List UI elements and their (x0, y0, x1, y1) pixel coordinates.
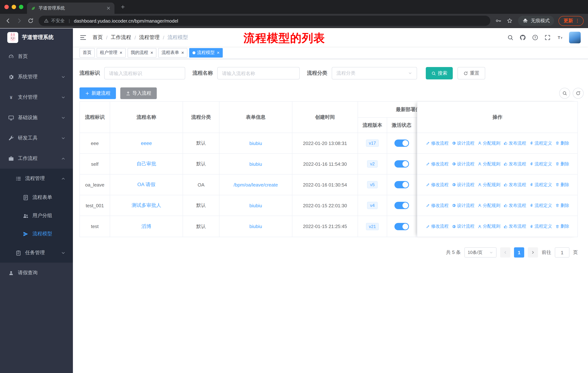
show-search-button[interactable] (559, 88, 570, 99)
tag-流程表单[interactable]: 流程表单× (158, 48, 187, 57)
edit-action-link[interactable]: 修改流程 (426, 181, 449, 188)
active-toggle[interactable] (394, 181, 409, 188)
page-size-select[interactable]: 10条/页 (464, 247, 496, 258)
definition-action-link[interactable]: 流程定义 (529, 202, 552, 209)
assign-action-link[interactable]: 分配规则 (477, 181, 500, 188)
security-warning-icon[interactable] (44, 18, 49, 23)
tab-close-icon[interactable] (106, 6, 111, 10)
fullscreen-icon[interactable] (544, 34, 551, 41)
assign-action-link[interactable]: 分配规则 (477, 161, 500, 167)
definition-action-link[interactable]: 流程定义 (529, 223, 552, 230)
publish-action-link[interactable]: 发布流程 (503, 161, 526, 167)
sidebar-item-任务管理[interactable]: 任务管理 (0, 243, 73, 263)
process-name-link[interactable]: eeee (141, 141, 152, 146)
category-select[interactable]: 流程分类 (332, 67, 417, 80)
sidebar-item-基础设施[interactable]: 基础设施 (0, 107, 73, 128)
form-info-link[interactable]: biubiu (249, 203, 262, 208)
form-info-link[interactable]: biubiu (249, 141, 262, 146)
design-action-link[interactable]: 设计流程 (452, 223, 474, 230)
address-bar[interactable]: 不安全 | dashboard.yudao.iocoder.cn/bpm/man… (39, 16, 490, 26)
app-logo[interactable]: 芋道管理系统 (0, 28, 73, 46)
chrome-update-button[interactable]: 更新 (558, 16, 584, 26)
tag-租户管理[interactable]: 租户管理× (97, 48, 126, 57)
edit-action-link[interactable]: 修改流程 (426, 161, 449, 167)
process-name-link[interactable]: 测试多审批人 (132, 202, 161, 209)
import-process-button[interactable]: 导入流程 (120, 87, 157, 99)
sidebar-item-工作流程[interactable]: 工作流程 (0, 148, 73, 169)
form-info-link[interactable]: biubiu (249, 224, 262, 229)
header-search-icon[interactable] (507, 34, 514, 41)
tag-close-icon[interactable]: × (120, 50, 122, 55)
forward-button[interactable] (16, 18, 23, 24)
tag-首页[interactable]: 首页 (79, 48, 95, 57)
process-id-input[interactable] (104, 67, 185, 80)
active-toggle[interactable] (394, 202, 409, 209)
version-badge[interactable]: v21 (366, 223, 379, 230)
prev-page-button[interactable] (500, 247, 510, 258)
sidebar-item-用户分组[interactable]: 用户分组 (0, 207, 73, 225)
delete-action-link[interactable]: 删除 (555, 140, 569, 146)
zoom-window-button[interactable] (19, 5, 23, 9)
reset-button[interactable]: 重置 (458, 67, 485, 80)
design-action-link[interactable]: 设计流程 (452, 181, 474, 188)
font-size-icon[interactable]: TT (557, 34, 563, 41)
reload-button[interactable] (27, 18, 34, 24)
sidebar-item-请假查询[interactable]: 请假查询 (0, 263, 73, 283)
delete-action-link[interactable]: 删除 (555, 202, 569, 209)
process-name-link[interactable]: 滔博 (141, 223, 151, 230)
tag-close-icon[interactable]: × (181, 50, 184, 55)
bookmark-star-icon[interactable] (506, 18, 513, 24)
breadcrumb-item-工作流程[interactable]: 工作流程 (111, 34, 131, 41)
edit-action-link[interactable]: 修改流程 (426, 202, 449, 209)
publish-action-link[interactable]: 发布流程 (503, 181, 526, 188)
design-action-link[interactable]: 设计流程 (452, 202, 474, 209)
assign-action-link[interactable]: 分配规则 (477, 140, 500, 146)
active-toggle[interactable] (394, 223, 409, 230)
version-badge[interactable]: v17 (366, 140, 379, 147)
tag-close-icon[interactable]: × (217, 50, 220, 55)
definition-action-link[interactable]: 流程定义 (529, 140, 552, 146)
publish-action-link[interactable]: 发布流程 (503, 140, 526, 146)
next-page-button[interactable] (528, 247, 538, 258)
publish-action-link[interactable]: 发布流程 (503, 223, 526, 230)
version-badge[interactable]: v5 (367, 181, 378, 188)
breadcrumb-item-流程管理[interactable]: 流程管理 (139, 34, 160, 41)
breadcrumb-item-首页[interactable]: 首页 (93, 34, 103, 41)
version-badge[interactable]: v2 (367, 160, 378, 168)
delete-action-link[interactable]: 删除 (555, 181, 569, 188)
sidebar-item-流程管理[interactable]: 流程管理 (0, 169, 73, 188)
help-icon[interactable]: ? (532, 34, 538, 41)
page-number-button[interactable]: 1 (514, 247, 524, 258)
version-badge[interactable]: v4 (367, 202, 378, 209)
form-info-link[interactable]: /bpm/oa/leave/create (234, 182, 278, 187)
assign-action-link[interactable]: 分配规则 (477, 223, 500, 230)
refresh-table-button[interactable] (573, 88, 584, 99)
create-process-button[interactable]: 新建流程 (79, 87, 116, 99)
active-toggle[interactable] (394, 160, 409, 168)
tag-我的流程[interactable]: 我的流程× (127, 48, 156, 57)
delete-action-link[interactable]: 删除 (555, 223, 569, 230)
tag-流程模型[interactable]: 流程模型× (189, 48, 223, 57)
design-action-link[interactable]: 设计流程 (452, 161, 474, 167)
search-button[interactable]: 搜索 (426, 67, 453, 80)
delete-action-link[interactable]: 删除 (555, 161, 569, 167)
password-manager-icon[interactable] (495, 18, 502, 24)
browser-menu-icon[interactable] (575, 18, 580, 23)
browser-tab[interactable]: 芋道管理系统 (27, 2, 115, 14)
close-window-button[interactable] (4, 5, 9, 9)
user-avatar[interactable] (569, 32, 581, 43)
form-info-link[interactable]: biubiu (249, 161, 262, 167)
goto-page-input[interactable] (555, 247, 569, 258)
sidebar-item-研发工具[interactable]: 研发工具 (0, 128, 73, 148)
sidebar-item-流程模型[interactable]: 流程模型 (0, 225, 73, 243)
edit-action-link[interactable]: 修改流程 (426, 223, 449, 230)
sidebar-item-支付管理[interactable]: ¥支付管理 (0, 87, 73, 107)
tag-close-icon[interactable]: × (150, 50, 153, 55)
sidebar-item-首页[interactable]: 首页 (0, 46, 73, 67)
publish-action-link[interactable]: 发布流程 (503, 202, 526, 209)
sidebar-item-系统管理[interactable]: 系统管理 (0, 67, 73, 87)
process-name-link[interactable]: 自己审批 (136, 161, 156, 167)
sidebar-item-流程表单[interactable]: 流程表单 (0, 188, 73, 207)
design-action-link[interactable]: 设计流程 (452, 140, 474, 146)
new-tab-button[interactable] (120, 4, 126, 10)
